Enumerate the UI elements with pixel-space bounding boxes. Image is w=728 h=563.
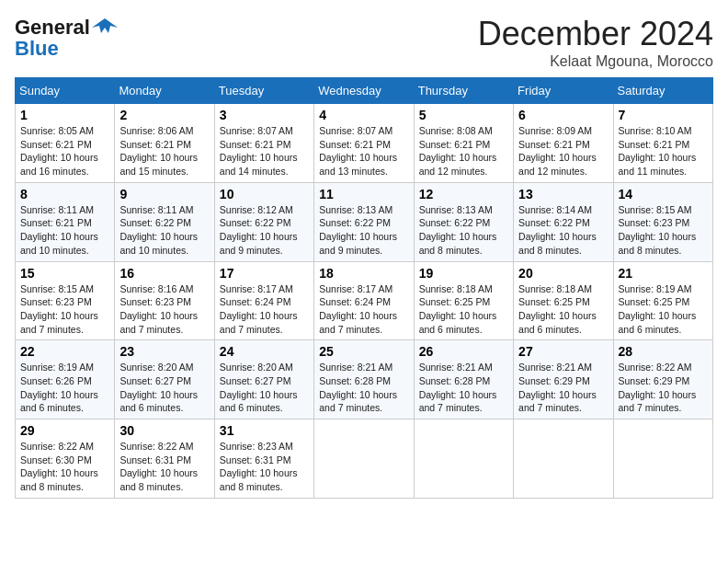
day-number: 27 [518,344,608,359]
calendar-cell: 12 Sunrise: 8:13 AM Sunset: 6:22 PM Dayl… [414,182,513,261]
calendar-cell: 13 Sunrise: 8:14 AM Sunset: 6:22 PM Dayl… [514,182,613,261]
col-sunday: Sunday [16,78,115,104]
location-title: Kelaat Mgouna, Morocco [478,53,713,70]
day-info: Sunrise: 8:07 AM Sunset: 6:21 PM Dayligh… [220,124,309,178]
day-number: 18 [319,266,408,281]
day-info: Sunrise: 8:17 AM Sunset: 6:24 PM Dayligh… [319,282,408,337]
calendar-cell [414,419,513,499]
calendar-cell: 3 Sunrise: 8:07 AM Sunset: 6:21 PM Dayli… [214,104,313,183]
day-info: Sunrise: 8:07 AM Sunset: 6:21 PM Dayligh… [319,124,408,178]
day-info: Sunrise: 8:09 AM Sunset: 6:21 PM Dayligh… [518,124,608,178]
calendar-cell: 14 Sunrise: 8:15 AM Sunset: 6:23 PM Dayl… [613,182,712,261]
day-info: Sunrise: 8:20 AM Sunset: 6:27 PM Dayligh… [220,361,309,415]
day-info: Sunrise: 8:05 AM Sunset: 6:21 PM Dayligh… [20,124,109,178]
day-number: 30 [119,423,209,438]
svg-marker-0 [92,18,118,33]
calendar-cell: 23 Sunrise: 8:20 AM Sunset: 6:27 PM Dayl… [115,340,214,419]
day-number: 8 [20,187,109,201]
day-info: Sunrise: 8:18 AM Sunset: 6:25 PM Dayligh… [419,282,508,337]
day-number: 12 [419,187,508,201]
day-number: 14 [619,187,708,201]
calendar-cell: 5 Sunrise: 8:08 AM Sunset: 6:21 PM Dayli… [414,104,513,183]
day-number: 17 [220,266,309,281]
day-info: Sunrise: 8:23 AM Sunset: 6:31 PM Dayligh… [220,440,309,494]
day-number: 6 [518,108,608,122]
calendar-cell: 18 Sunrise: 8:17 AM Sunset: 6:24 PM Dayl… [314,261,414,340]
day-number: 22 [20,344,109,359]
col-monday: Monday [115,78,214,104]
day-info: Sunrise: 8:18 AM Sunset: 6:25 PM Dayligh… [518,282,608,337]
day-info: Sunrise: 8:17 AM Sunset: 6:24 PM Dayligh… [220,282,309,337]
calendar-row: 29 Sunrise: 8:22 AM Sunset: 6:30 PM Dayl… [16,419,713,499]
day-info: Sunrise: 8:21 AM Sunset: 6:29 PM Dayligh… [518,361,608,415]
day-number: 24 [220,344,309,359]
day-number: 1 [20,108,109,122]
title-block: December 2024 Kelaat Mgouna, Morocco [478,15,713,70]
calendar-cell [514,419,613,499]
day-number: 31 [220,423,309,438]
calendar-cell: 11 Sunrise: 8:13 AM Sunset: 6:22 PM Dayl… [314,182,414,261]
calendar-table: Sunday Monday Tuesday Wednesday Thursday… [15,77,713,499]
calendar-row: 1 Sunrise: 8:05 AM Sunset: 6:21 PM Dayli… [16,104,713,183]
logo-bird-icon [92,15,118,40]
day-number: 21 [619,266,708,281]
day-info: Sunrise: 8:15 AM Sunset: 6:23 PM Dayligh… [619,203,708,258]
month-title: December 2024 [478,15,713,53]
day-info: Sunrise: 8:22 AM Sunset: 6:31 PM Dayligh… [119,440,209,494]
day-number: 13 [518,187,608,201]
calendar-cell: 21 Sunrise: 8:19 AM Sunset: 6:25 PM Dayl… [613,261,712,340]
day-number: 7 [619,108,708,122]
calendar-cell: 24 Sunrise: 8:20 AM Sunset: 6:27 PM Dayl… [214,340,313,419]
calendar-cell: 29 Sunrise: 8:22 AM Sunset: 6:30 PM Dayl… [16,419,115,499]
day-info: Sunrise: 8:15 AM Sunset: 6:23 PM Dayligh… [20,282,109,337]
day-number: 25 [319,344,408,359]
calendar-cell: 19 Sunrise: 8:18 AM Sunset: 6:25 PM Dayl… [414,261,513,340]
calendar-cell: 2 Sunrise: 8:06 AM Sunset: 6:21 PM Dayli… [115,104,214,183]
day-info: Sunrise: 8:19 AM Sunset: 6:25 PM Dayligh… [619,282,708,337]
day-info: Sunrise: 8:13 AM Sunset: 6:22 PM Dayligh… [319,203,408,258]
day-number: 10 [220,187,309,201]
calendar-cell: 20 Sunrise: 8:18 AM Sunset: 6:25 PM Dayl… [514,261,613,340]
calendar-cell: 22 Sunrise: 8:19 AM Sunset: 6:26 PM Dayl… [16,340,115,419]
calendar-cell: 28 Sunrise: 8:22 AM Sunset: 6:29 PM Dayl… [613,340,712,419]
day-info: Sunrise: 8:16 AM Sunset: 6:23 PM Dayligh… [119,282,209,337]
day-info: Sunrise: 8:06 AM Sunset: 6:21 PM Dayligh… [119,124,209,178]
col-friday: Friday [514,78,613,104]
calendar-cell: 10 Sunrise: 8:12 AM Sunset: 6:22 PM Dayl… [214,182,313,261]
day-number: 3 [220,108,309,122]
day-info: Sunrise: 8:21 AM Sunset: 6:28 PM Dayligh… [319,361,408,415]
calendar-cell: 4 Sunrise: 8:07 AM Sunset: 6:21 PM Dayli… [314,104,414,183]
day-info: Sunrise: 8:13 AM Sunset: 6:22 PM Dayligh… [419,203,508,258]
day-number: 5 [419,108,508,122]
calendar-cell: 15 Sunrise: 8:15 AM Sunset: 6:23 PM Dayl… [16,261,115,340]
day-number: 15 [20,266,109,281]
day-number: 2 [119,108,209,122]
day-number: 20 [518,266,608,281]
day-info: Sunrise: 8:22 AM Sunset: 6:30 PM Dayligh… [20,440,109,494]
day-number: 19 [419,266,508,281]
col-saturday: Saturday [613,78,712,104]
calendar-row: 8 Sunrise: 8:11 AM Sunset: 6:21 PM Dayli… [16,182,713,261]
day-info: Sunrise: 8:08 AM Sunset: 6:21 PM Dayligh… [419,124,508,178]
calendar-cell: 26 Sunrise: 8:21 AM Sunset: 6:28 PM Dayl… [414,340,513,419]
calendar-cell: 1 Sunrise: 8:05 AM Sunset: 6:21 PM Dayli… [16,104,115,183]
calendar-cell [314,419,414,499]
calendar-cell: 7 Sunrise: 8:10 AM Sunset: 6:21 PM Dayli… [613,104,712,183]
calendar-cell: 16 Sunrise: 8:16 AM Sunset: 6:23 PM Dayl… [115,261,214,340]
col-wednesday: Wednesday [314,78,414,104]
day-info: Sunrise: 8:21 AM Sunset: 6:28 PM Dayligh… [419,361,508,415]
day-number: 16 [119,266,209,281]
day-number: 4 [319,108,408,122]
col-thursday: Thursday [414,78,513,104]
page-header: General Blue December 2024 Kelaat Mgouna… [15,15,713,70]
day-info: Sunrise: 8:19 AM Sunset: 6:26 PM Dayligh… [20,361,109,415]
calendar-cell: 30 Sunrise: 8:22 AM Sunset: 6:31 PM Dayl… [115,419,214,499]
col-tuesday: Tuesday [214,78,313,104]
day-info: Sunrise: 8:10 AM Sunset: 6:21 PM Dayligh… [619,124,708,178]
calendar-cell: 8 Sunrise: 8:11 AM Sunset: 6:21 PM Dayli… [16,182,115,261]
day-info: Sunrise: 8:11 AM Sunset: 6:22 PM Dayligh… [119,203,209,258]
day-number: 9 [119,187,209,201]
calendar-cell: 27 Sunrise: 8:21 AM Sunset: 6:29 PM Dayl… [514,340,613,419]
day-number: 28 [619,344,708,359]
calendar-row: 22 Sunrise: 8:19 AM Sunset: 6:26 PM Dayl… [16,340,713,419]
